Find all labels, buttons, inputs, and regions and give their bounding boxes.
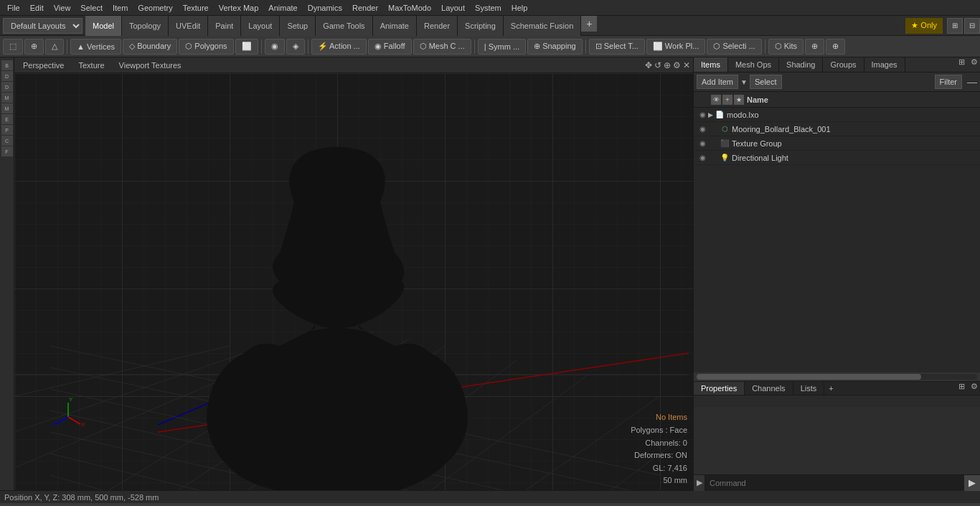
btn-meshc[interactable]: ⬡ Mesh C ...: [413, 39, 471, 55]
menu-item[interactable]: Item: [108, 2, 132, 14]
menu-dynamics[interactable]: Dynamics: [303, 2, 347, 14]
mode-btn-3[interactable]: △: [45, 39, 64, 55]
menu-file[interactable]: File: [3, 2, 24, 14]
sidebar-btn-4[interactable]: M: [1, 93, 13, 103]
btn-boundary[interactable]: ◇ Boundary: [123, 39, 177, 55]
btn-plus2[interactable]: ⊕: [826, 39, 845, 55]
props-expand-btn[interactable]: ⊞: [956, 382, 967, 395]
vp-icon-rotate[interactable]: ↺: [654, 60, 661, 70]
rpanel-expand-btn[interactable]: ⊞: [956, 57, 967, 72]
command-go-button[interactable]: ▶: [964, 475, 980, 491]
menu-geometry[interactable]: Geometry: [133, 2, 176, 14]
tab-gametools[interactable]: Game Tools: [316, 16, 373, 36]
eye-icon-3[interactable]: ◉: [697, 138, 708, 149]
col-icon-3[interactable]: ★: [734, 95, 744, 105]
tab-render[interactable]: Render: [417, 16, 458, 36]
col-icon-1[interactable]: 👁: [711, 95, 721, 105]
select-btn[interactable]: Select: [750, 75, 782, 89]
sidebar-btn-5[interactable]: M: [1, 103, 13, 113]
btn-workpl[interactable]: ⬜ Work Pl...: [646, 39, 706, 55]
tab-schematic[interactable]: Schematic Fusion: [504, 16, 581, 36]
tab-uvedit[interactable]: UVEdit: [169, 16, 208, 36]
menu-edit[interactable]: Edit: [26, 2, 48, 14]
btn-falloff[interactable]: ◉ Falloff: [368, 39, 412, 55]
sidebar-btn-6[interactable]: E: [1, 114, 13, 124]
menu-system[interactable]: System: [471, 2, 506, 14]
eye-icon-2[interactable]: ◉: [697, 123, 708, 135]
props-settings-icon[interactable]: ⚙: [969, 382, 980, 395]
btn-selecti[interactable]: ⬡ Selecti ...: [707, 39, 761, 55]
sidebar-btn-9[interactable]: F: [1, 146, 13, 156]
sidebar-btn-2[interactable]: D: [1, 71, 13, 81]
vtab-viewport-textures[interactable]: Viewport Textures: [113, 60, 187, 71]
vp-icon-zoom[interactable]: ⊕: [664, 60, 671, 70]
vtab-texture[interactable]: Texture: [72, 60, 110, 71]
btn-kits[interactable]: ⬡ Kits: [768, 39, 804, 55]
tab-setup[interactable]: Setup: [280, 16, 316, 36]
tab-animate[interactable]: Animate: [373, 16, 417, 36]
menu-animate[interactable]: Animate: [264, 2, 301, 14]
panel-minus-icon[interactable]: —: [967, 76, 977, 88]
layout-add-tab[interactable]: +: [581, 16, 597, 32]
tab-layout[interactable]: Layout: [241, 16, 280, 36]
menu-vertexmap[interactable]: Vertex Map: [215, 2, 263, 14]
btn-circle2[interactable]: ◈: [286, 39, 305, 55]
expand-arrow-1[interactable]: ▶: [708, 111, 713, 118]
rpanel-tab-meshops[interactable]: Mesh Ops: [728, 57, 779, 72]
layout-icon-2[interactable]: ⊟: [964, 18, 980, 34]
eye-icon-4[interactable]: ◉: [697, 152, 708, 164]
btn-selectt[interactable]: ⊡ Select T...: [589, 39, 645, 55]
rpanel-settings-icon[interactable]: ⚙: [969, 57, 980, 72]
menu-render[interactable]: Render: [348, 2, 382, 14]
btn-square[interactable]: ⬜: [235, 39, 258, 55]
add-item-dropdown[interactable]: Add Item: [697, 75, 738, 89]
rpanel-tab-images[interactable]: Images: [864, 57, 905, 72]
rpanel-tab-groups[interactable]: Groups: [823, 57, 864, 72]
sidebar-btn-7[interactable]: P: [1, 125, 13, 135]
vp-icon-close[interactable]: ✕: [683, 60, 690, 70]
menu-maxtomodo[interactable]: MaxToModo: [384, 2, 435, 14]
prop-tab-lists[interactable]: Lists: [793, 382, 825, 395]
tab-scripting[interactable]: Scripting: [458, 16, 504, 36]
prop-tab-channels[interactable]: Channels: [745, 382, 793, 395]
btn-symm[interactable]: | Symm ...: [478, 39, 526, 55]
col-icon-2[interactable]: +: [722, 95, 732, 105]
tab-topology[interactable]: Topology: [122, 16, 169, 36]
menu-help[interactable]: Help: [507, 2, 532, 14]
sidebar-btn-1[interactable]: B: [1, 60, 13, 70]
tab-paint[interactable]: Paint: [208, 16, 241, 36]
add-item-arrow[interactable]: ▼: [740, 78, 748, 86]
list-item[interactable]: ◉ ▶ 📄 modo.lxo: [694, 108, 980, 122]
layout-icon-1[interactable]: ⊞: [947, 18, 963, 34]
command-input[interactable]: [705, 475, 964, 491]
sidebar-btn-8[interactable]: C: [1, 136, 13, 146]
btn-action[interactable]: ⚡ Action ...: [311, 39, 367, 55]
list-item[interactable]: ◉ ⬛ Texture Group: [694, 136, 980, 151]
eye-icon-1[interactable]: ◉: [697, 109, 708, 121]
command-arrow[interactable]: ▶: [694, 475, 705, 491]
prop-tab-add[interactable]: +: [824, 382, 837, 395]
list-item[interactable]: ◉ ⬡ Mooring_Bollard_Black_001: [694, 122, 980, 136]
menu-layout[interactable]: Layout: [437, 2, 469, 14]
rpanel-tab-shading[interactable]: Shading: [779, 57, 823, 72]
filter-btn[interactable]: Filter: [935, 75, 962, 89]
vtab-perspective[interactable]: Perspective: [17, 60, 70, 71]
mode-btn-1[interactable]: ⬚: [3, 39, 23, 55]
btn-snapping[interactable]: ⊕ Snapping: [527, 39, 583, 55]
menu-texture[interactable]: Texture: [179, 2, 213, 14]
rpanel-tab-items[interactable]: Items: [694, 57, 728, 72]
layout-dropdown[interactable]: Default Layouts: [3, 18, 83, 34]
menu-select[interactable]: Select: [76, 2, 107, 14]
viewport-canvas[interactable]: Y X Z No Items Polygons : Face Channels:…: [14, 73, 693, 490]
btn-polygons[interactable]: ⬡ Polygons: [179, 39, 233, 55]
sidebar-btn-3[interactable]: D: [1, 82, 13, 92]
menu-view[interactable]: View: [50, 2, 75, 14]
items-list-scrollbar[interactable]: [697, 374, 977, 380]
vp-icon-move[interactable]: ✥: [645, 60, 652, 70]
star-only-label[interactable]: ★ Only: [905, 18, 943, 34]
list-item[interactable]: ◉ 💡 Directional Light: [694, 151, 980, 165]
btn-plus1[interactable]: ⊕: [805, 39, 824, 55]
btn-circle1[interactable]: ◉: [265, 39, 285, 55]
prop-tab-properties[interactable]: Properties: [694, 382, 745, 395]
vp-icon-gear[interactable]: ⚙: [673, 60, 681, 70]
